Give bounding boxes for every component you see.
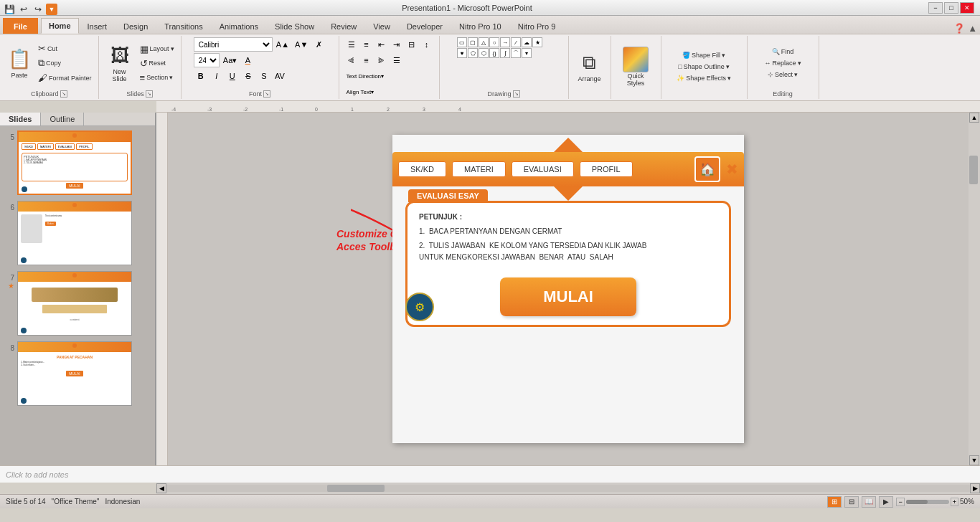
format-painter-button[interactable]: 🖌 Format Painter: [36, 71, 94, 85]
nav-materi-button[interactable]: MATERI: [452, 161, 506, 177]
qat-undo-button[interactable]: ↩: [17, 3, 30, 16]
star-shape[interactable]: ★: [532, 37, 542, 47]
quick-styles-button[interactable]: Quick Styles: [618, 41, 654, 92]
shadow-button[interactable]: S: [257, 69, 271, 83]
select-button[interactable]: ⊹ Select ▾: [765, 70, 800, 80]
more-shapes[interactable]: ▾: [522, 48, 532, 58]
scroll-thumb[interactable]: [969, 156, 978, 184]
columns-button[interactable]: ⊟: [405, 37, 419, 52]
clear-format-icon[interactable]: ✗: [311, 37, 326, 52]
reading-view-button[interactable]: 📖: [862, 496, 876, 508]
tab-file[interactable]: File: [3, 18, 38, 34]
grow-font-icon[interactable]: A▲: [274, 37, 291, 52]
tab-nitro10[interactable]: Nitro Pro 10: [451, 18, 509, 34]
normal-view-button[interactable]: ⊞: [827, 496, 842, 508]
scroll-right-button[interactable]: ▶: [970, 483, 980, 493]
pentagon-shape[interactable]: ⬠: [468, 48, 478, 58]
slide-sorter-button[interactable]: ⊟: [844, 496, 859, 508]
arrow-shape[interactable]: →: [500, 37, 510, 47]
nav-skd-button[interactable]: SK/KD: [398, 161, 446, 177]
arrange-button[interactable]: ⧉ Arrange: [573, 41, 606, 92]
align-right-button[interactable]: ⫸: [374, 53, 389, 67]
underline-button[interactable]: U: [225, 69, 240, 83]
slide-thumb-5[interactable]: 5 SK/KD MATERI EVALUASI PROFIL PETUNJUK: [3, 129, 152, 196]
shape-fill-button[interactable]: 🪣 Shape Fill ▾: [680, 50, 727, 60]
font-expand-button[interactable]: ↘: [263, 90, 270, 98]
scroll-up-button[interactable]: ▲: [969, 113, 979, 123]
minimize-button[interactable]: −: [928, 2, 943, 14]
tab-insert[interactable]: Insert: [80, 18, 116, 34]
decrease-indent-button[interactable]: ⇤: [374, 37, 389, 52]
paste-button[interactable]: 📋 Paste: [4, 37, 34, 89]
numbered-list-button[interactable]: ≡: [359, 37, 374, 52]
text-direction-button[interactable]: Text Direction▾: [344, 69, 386, 83]
tab-developer[interactable]: Developer: [399, 18, 451, 34]
nav-profil-button[interactable]: PROFIL: [580, 161, 633, 177]
help-icon[interactable]: ❓: [953, 23, 965, 34]
brace-shape[interactable]: {}: [489, 48, 499, 58]
justify-button[interactable]: ☰: [390, 53, 404, 67]
zoom-in-button[interactable]: +: [951, 498, 958, 506]
rect-shape[interactable]: ▭: [457, 37, 467, 47]
close-button[interactable]: ✕: [960, 2, 974, 14]
tab-review[interactable]: Review: [323, 18, 364, 34]
mulai-button[interactable]: MULAI: [500, 277, 636, 316]
slide-thumb-8[interactable]: 8 PANGKAT PECAHAN 1. Materi pembelajaran…: [3, 340, 152, 407]
reset-button[interactable]: ↺ Reset: [138, 57, 176, 70]
tab-transitions[interactable]: Transitions: [156, 18, 210, 34]
notes-bar[interactable]: Click to add notes: [0, 465, 980, 483]
slide-thumb-6[interactable]: 6 Text content area Button: [3, 199, 152, 267]
copy-button[interactable]: ⧉ Copy: [36, 56, 94, 70]
qat-customize-button[interactable]: ▼: [46, 4, 57, 15]
freeform-shape[interactable]: ⌒: [511, 48, 521, 58]
font-name-select[interactable]: Calibri: [194, 37, 273, 52]
slides-expand-button[interactable]: ↘: [146, 90, 153, 98]
tab-slideshow[interactable]: Slide Show: [267, 18, 322, 34]
h-scroll-thumb[interactable]: [327, 485, 385, 492]
scroll-left-button[interactable]: ◀: [156, 483, 166, 493]
italic-button[interactable]: I: [209, 69, 224, 83]
panel-tab-outline[interactable]: Outline: [41, 113, 84, 125]
zoom-out-button[interactable]: −: [896, 498, 904, 506]
shape-outline-button[interactable]: □ Shape Outline ▾: [676, 62, 731, 72]
spacing-button[interactable]: AV: [273, 69, 287, 83]
home-button[interactable]: 🏠: [694, 156, 720, 182]
scroll-down-button[interactable]: ▼: [969, 455, 979, 465]
tab-design[interactable]: Design: [116, 18, 156, 34]
zoom-slider[interactable]: [906, 500, 949, 504]
tab-animations[interactable]: Animations: [212, 18, 266, 34]
spacing-para-button[interactable]: ↕: [420, 37, 434, 52]
increase-indent-button[interactable]: ⇥: [390, 37, 404, 52]
new-slide-button[interactable]: 🖼 New Slide: [103, 37, 136, 89]
vertical-scrollbar[interactable]: ▲ ▼: [969, 113, 980, 465]
maximize-button[interactable]: □: [944, 2, 958, 14]
align-center-button[interactable]: ≡: [359, 53, 374, 67]
clipboard-expand-button[interactable]: ↘: [60, 90, 67, 98]
close-slide-button[interactable]: ✖: [726, 161, 738, 178]
bullet-list-button[interactable]: ☰: [344, 37, 359, 52]
case-btn[interactable]: Aa▾: [221, 53, 239, 67]
panel-tab-slides[interactable]: Slides: [0, 113, 41, 125]
section-button[interactable]: ≡ Section ▾: [138, 71, 176, 85]
slideshow-button[interactable]: ▶: [879, 496, 893, 508]
strikethrough-button[interactable]: S: [241, 69, 255, 83]
tab-view[interactable]: View: [365, 18, 398, 34]
layout-button[interactable]: ▦ Layout ▾: [138, 42, 176, 56]
align-left-button[interactable]: ⫷: [344, 53, 359, 67]
qat-save-button[interactable]: 💾: [3, 3, 16, 16]
callout-shape[interactable]: ☁: [522, 37, 532, 47]
shape-effects-button[interactable]: ✨ Shape Effects ▾: [674, 73, 733, 83]
slide-thumb-7[interactable]: 7★ content: [3, 270, 152, 337]
ribbon-minimize-icon[interactable]: ▲: [968, 23, 977, 34]
nav-evaluasi-button[interactable]: EVALUASI: [512, 161, 574, 177]
triangle-shape[interactable]: △: [479, 37, 489, 47]
cut-button[interactable]: ✂ Cut: [36, 42, 94, 55]
find-button[interactable]: 🔍 Find: [770, 47, 796, 57]
oval-shape[interactable]: ○: [489, 37, 499, 47]
shrink-font-icon[interactable]: A▼: [293, 37, 310, 52]
hexagon-shape[interactable]: ⬡: [479, 48, 489, 58]
tab-home[interactable]: Home: [41, 18, 79, 34]
qat-redo-button[interactable]: ↪: [32, 3, 44, 16]
rounded-rect-shape[interactable]: ▢: [468, 37, 478, 47]
bold-button[interactable]: B: [194, 69, 208, 83]
